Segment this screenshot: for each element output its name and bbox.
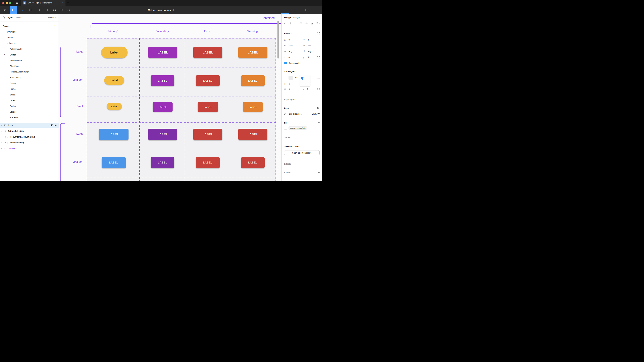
clip-content-checkbox[interactable]: ✓ <box>284 62 287 64</box>
button-variant[interactable]: LABEL <box>102 157 126 168</box>
page-item-select[interactable]: Select <box>0 92 58 98</box>
button-variant[interactable]: LABEL <box>151 157 174 168</box>
resources-tool-button[interactable] <box>52 6 57 14</box>
add-effect-button[interactable]: + <box>318 162 320 165</box>
add-page-button[interactable]: + <box>54 24 56 27</box>
text-tool-button[interactable]: T <box>45 6 50 14</box>
page-item-radio-group[interactable]: Radio Group <box>0 75 58 81</box>
page-selector[interactable]: Button ∧ <box>48 17 56 19</box>
unlock-icon[interactable] <box>50 124 52 126</box>
rotation-value[interactable]: 0° <box>288 56 290 59</box>
alignment-widget[interactable] <box>299 75 310 87</box>
canvas[interactable]: Contained Primary* Secondary Error Warni… <box>59 14 282 181</box>
button-variant[interactable]: Label <box>107 103 122 110</box>
button-variant[interactable]: LABEL <box>148 129 177 140</box>
layer-row-iconbutton-account-menu[interactable]: ▸ # ▶IconButton: account menu <box>0 134 58 139</box>
chevron-down-icon[interactable]: ∨ <box>291 33 292 35</box>
button-variant[interactable]: LABEL <box>153 102 172 112</box>
page-item-overview[interactable]: Overview <box>0 29 58 35</box>
horizontal-sizing[interactable]: Hug∨ <box>288 50 294 53</box>
button-variant[interactable]: LABEL <box>241 157 264 168</box>
main-menu-button[interactable]: ∨ <box>2 6 9 14</box>
page-item-autocomplete[interactable]: Autocomplete <box>0 46 58 52</box>
height-value[interactable]: 2672 <box>308 45 312 47</box>
tab-design[interactable]: Design <box>284 17 291 19</box>
file-tab[interactable]: MUI for Figma - Material UI × <box>21 0 66 6</box>
eye-icon[interactable] <box>54 124 57 126</box>
page-item-stack[interactable]: Stack <box>0 109 58 115</box>
page-item-inputs[interactable]: ↓ Inputs <box>0 41 58 46</box>
button-variant[interactable]: LABEL <box>196 157 220 168</box>
button-variant[interactable]: LABEL <box>151 75 174 86</box>
button-variant[interactable]: LABEL <box>243 102 263 112</box>
auto-layout-more-icon[interactable]: ··· <box>317 77 320 79</box>
window-close-button[interactable] <box>2 2 4 4</box>
layer-row-menu-instance[interactable]: ▸ ◇ <Menu> <box>0 146 58 151</box>
x-value[interactable]: 0 <box>288 39 290 41</box>
frame-tool-button[interactable]: # ∨ <box>20 6 27 14</box>
button-variant[interactable]: LABEL <box>238 47 268 58</box>
align-right-icon[interactable] <box>294 22 297 25</box>
add-layout-grid-button[interactable]: + <box>318 98 320 101</box>
align-left-icon[interactable] <box>284 22 286 25</box>
fill-color-swatch[interactable] <box>284 127 287 130</box>
distribute-menu[interactable]: ∨ <box>316 22 320 25</box>
move-tool-button[interactable]: ∨ <box>10 6 17 14</box>
button-variant[interactable]: LABEL <box>238 129 268 140</box>
tab-assets[interactable]: Assets <box>16 17 22 19</box>
wrap-button[interactable]: ↩ <box>295 76 297 79</box>
vertical-padding-value[interactable]: 0 <box>307 88 308 90</box>
align-h-center-icon[interactable] <box>289 22 292 25</box>
search-icon[interactable] <box>3 16 5 19</box>
canvas-scrollbar[interactable] <box>278 21 278 59</box>
add-export-button[interactable]: + <box>318 171 320 174</box>
button-variant[interactable]: LABEL <box>196 75 220 86</box>
button-variant[interactable]: Label <box>104 76 124 85</box>
page-item-text-field[interactable]: Text Field <box>0 115 58 121</box>
vertical-sizing[interactable]: Hug∨ <box>308 50 314 53</box>
direction-right-button[interactable]: → <box>288 76 293 80</box>
button-variant[interactable]: LABEL <box>193 47 222 58</box>
remove-auto-layout-button[interactable]: — <box>318 70 320 72</box>
direction-down-button[interactable]: ↓ <box>284 76 286 79</box>
button-variant[interactable]: LABEL <box>148 47 177 58</box>
page-item-button[interactable]: ✓ Button <box>0 52 58 58</box>
independent-corners-icon[interactable] <box>318 56 320 59</box>
align-bottom-icon[interactable] <box>311 22 314 25</box>
page-item-switch[interactable]: Switch <box>0 103 58 109</box>
align-top-icon[interactable] <box>300 22 302 25</box>
fill-style-token[interactable]: background/default <box>288 126 307 130</box>
layer-row-button[interactable]: ▸ Button <box>0 123 58 128</box>
eye-icon[interactable] <box>318 112 320 115</box>
page-item-slider[interactable]: Slider <box>0 98 58 103</box>
hand-tool-button[interactable] <box>59 6 64 14</box>
page-item-rating[interactable]: Rating <box>0 80 58 86</box>
tab-prototype[interactable]: Prototype <box>292 17 300 19</box>
tab-close-icon[interactable]: × <box>62 1 64 4</box>
remove-fill-button[interactable]: — <box>318 126 320 129</box>
add-fill-button[interactable]: + <box>318 121 320 124</box>
page-item-button-group[interactable]: Button Group <box>0 58 58 63</box>
independent-padding-icon[interactable] <box>318 88 320 90</box>
pen-tool-button[interactable]: ∨ <box>36 6 44 14</box>
window-zoom-button[interactable] <box>9 2 12 4</box>
page-item-theme[interactable]: Theme <box>0 35 58 41</box>
button-variant[interactable]: Label <box>101 47 128 58</box>
corner-radius-value[interactable]: 0 <box>308 56 309 59</box>
add-stroke-button[interactable]: + <box>318 136 320 139</box>
page-item-floating-action-button[interactable]: Floating Action Button <box>0 69 58 75</box>
align-v-center-icon[interactable] <box>305 22 308 25</box>
present-button[interactable]: ∨ <box>304 6 310 14</box>
gap-value[interactable]: 0 <box>289 83 290 85</box>
fill-styles-icon[interactable]: ∷ <box>314 121 315 124</box>
y-value[interactable]: 0 <box>308 39 309 41</box>
button-variant[interactable]: LABEL <box>198 102 218 112</box>
collapse-icon[interactable] <box>318 32 320 35</box>
frame-title[interactable]: Contained <box>262 16 275 20</box>
show-selection-colors-button[interactable]: Show selection colors <box>284 150 320 155</box>
home-icon[interactable] <box>16 2 18 5</box>
layer-row-button-full-width[interactable]: ▸ # Button: full width <box>0 129 58 133</box>
shape-tool-button[interactable]: ∨ <box>28 6 35 14</box>
blend-style-icon[interactable] <box>317 107 320 109</box>
button-variant[interactable]: LABEL <box>193 129 222 140</box>
